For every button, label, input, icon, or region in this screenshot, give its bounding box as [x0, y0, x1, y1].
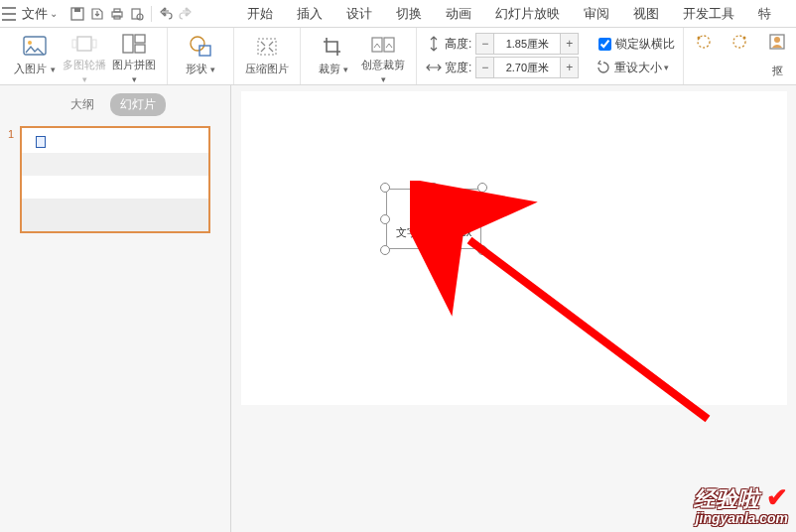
handle-bottom-right[interactable] — [477, 245, 487, 255]
slides-tab[interactable]: 幻灯片 — [110, 93, 166, 116]
lock-aspect-row[interactable]: 锁定纵横比 — [595, 32, 675, 56]
file-label: 文件 — [22, 5, 48, 23]
width-label: 宽度: — [445, 60, 471, 76]
compress-button[interactable]: 压缩图片 — [242, 32, 292, 82]
shape-label: 形状 ▾ — [186, 62, 215, 76]
width-stepper[interactable]: − + — [475, 57, 579, 78]
width-row: 宽度: − + — [425, 56, 579, 79]
watermark: 经验啦 ✔ jingyanla.com — [694, 482, 788, 526]
width-input[interactable] — [494, 58, 560, 77]
creative-crop-button[interactable]: 创意裁剪 ▾ — [358, 32, 408, 82]
print-preview-icon[interactable] — [127, 4, 147, 24]
rotate-left-icon — [694, 32, 714, 52]
creative-crop-label: 创意裁剪 ▾ — [358, 58, 408, 84]
rotate-right-button[interactable] — [728, 32, 751, 52]
group-shape: 形状 ▾ — [168, 28, 234, 84]
svg-point-23 — [743, 37, 746, 40]
shape-button[interactable]: 形状 ▾ — [176, 32, 225, 82]
crop-icon — [321, 34, 346, 60]
group-crop: 裁剪 ▾ 创意裁剪 ▾ — [301, 28, 417, 84]
tab-transition[interactable]: 切换 — [384, 0, 434, 27]
export-icon[interactable] — [87, 4, 107, 24]
svg-rect-12 — [123, 35, 133, 53]
tab-insert[interactable]: 插入 — [285, 0, 334, 27]
reset-size-label: 重设大小 — [614, 60, 662, 76]
redo-icon[interactable] — [176, 4, 196, 24]
insert-image-label: 入图片 ▾ — [14, 62, 55, 76]
svg-rect-16 — [199, 46, 210, 56]
svg-rect-10 — [72, 40, 76, 48]
svg-point-15 — [191, 37, 204, 51]
height-decrement[interactable]: − — [476, 34, 494, 54]
tab-design[interactable]: 设计 — [334, 0, 384, 27]
chevron-down-icon: ⌄ — [50, 8, 58, 19]
collage-icon — [121, 34, 147, 56]
width-increment[interactable]: + — [560, 58, 578, 77]
image-collage-label: 图片拼图 ▾ — [109, 58, 159, 84]
outline-tab[interactable]: 大纲 — [65, 93, 100, 116]
reset-size-row[interactable]: 重设大小 ▾ — [595, 56, 675, 79]
rotate-left-button[interactable] — [692, 32, 716, 52]
matting-icon — [767, 32, 787, 52]
handle-bottom[interactable] — [429, 245, 439, 255]
handle-top[interactable] — [429, 183, 439, 193]
height-increment[interactable]: + — [560, 34, 578, 54]
height-row: 高度: − + — [425, 32, 579, 56]
svg-rect-13 — [135, 35, 145, 43]
rotate-right-icon — [730, 32, 749, 52]
tab-extra[interactable]: 特 — [746, 0, 783, 27]
print-icon[interactable] — [107, 4, 127, 24]
qat-separator — [151, 6, 152, 22]
handle-left[interactable] — [380, 214, 390, 224]
tab-developer[interactable]: 开发工具 — [671, 0, 746, 27]
height-input[interactable] — [494, 34, 560, 54]
embedded-object-selection[interactable]: W 文字文稿1.docx — [380, 183, 487, 255]
compress-label: 压缩图片 — [245, 62, 289, 76]
ribbon-tabs: 开始 插入 设计 切换 动画 幻灯片放映 审阅 视图 开发工具 特 — [235, 0, 783, 27]
width-decrement[interactable]: − — [476, 58, 494, 77]
height-stepper[interactable]: − + — [475, 33, 579, 55]
handle-right[interactable] — [477, 214, 487, 224]
main-area: 大纲 幻灯片 1 W 文字文稿1.docx — [0, 85, 796, 532]
canvas[interactable]: W 文字文稿1.docx — [231, 85, 796, 532]
embedded-filename: 文字文稿1.docx — [387, 225, 480, 240]
matting-label: 抠 — [772, 64, 783, 78]
lock-aspect-checkbox[interactable] — [598, 38, 611, 51]
svg-rect-3 — [114, 9, 120, 12]
tab-animation[interactable]: 动画 — [434, 0, 483, 27]
undo-icon[interactable] — [156, 4, 176, 24]
hamburger-icon[interactable] — [2, 7, 16, 21]
image-collage-button[interactable]: 图片拼图 ▾ — [109, 32, 159, 82]
slide-thumbnail-row: 1 — [0, 126, 230, 233]
slide[interactable]: W 文字文稿1.docx — [241, 91, 787, 405]
shape-icon — [188, 34, 213, 60]
handle-bottom-left[interactable] — [380, 245, 390, 255]
compress-icon — [254, 34, 280, 60]
tab-review[interactable]: 审阅 — [572, 0, 621, 27]
matting-button[interactable]: 抠 — [763, 32, 791, 78]
svg-point-8 — [28, 41, 32, 45]
slide-thumbnail[interactable] — [20, 126, 210, 233]
svg-rect-1 — [74, 8, 80, 12]
crop-button[interactable]: 裁剪 ▾ — [309, 32, 358, 82]
insert-image-button[interactable]: 入图片 ▾ — [10, 32, 60, 82]
word-file-icon: W — [424, 198, 444, 221]
svg-rect-17 — [258, 39, 276, 55]
chevron-down-icon: ▾ — [664, 63, 669, 72]
tab-home[interactable]: 开始 — [235, 0, 285, 27]
slide-number: 1 — [8, 126, 20, 140]
embedded-object[interactable]: W 文字文稿1.docx — [386, 189, 481, 249]
tab-view[interactable]: 视图 — [621, 0, 671, 27]
tab-slideshow[interactable]: 幻灯片放映 — [483, 0, 572, 27]
reset-icon — [595, 59, 612, 76]
multi-image-button[interactable]: 多图轮播 ▾ — [60, 32, 109, 82]
svg-rect-14 — [135, 45, 145, 53]
watermark-check-icon: ✔ — [766, 482, 788, 512]
handle-top-right[interactable] — [477, 183, 487, 193]
svg-rect-18 — [372, 38, 382, 52]
group-compress: 压缩图片 — [234, 28, 301, 84]
handle-top-left[interactable] — [380, 183, 390, 193]
file-menu[interactable]: 文件 ⌄ — [18, 5, 62, 23]
slide-panel: 大纲 幻灯片 1 — [0, 85, 231, 532]
save-icon[interactable] — [67, 4, 87, 24]
